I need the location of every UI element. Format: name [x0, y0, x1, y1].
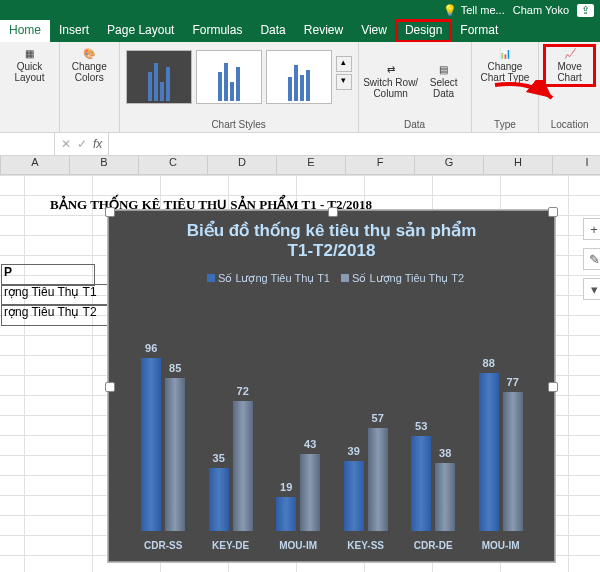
- bar-group[interactable]: 1943MOU-IM: [276, 454, 320, 531]
- col-header[interactable]: E: [277, 156, 346, 174]
- palette-icon: 🎨: [83, 48, 95, 59]
- chart-style-thumb[interactable]: [266, 50, 332, 104]
- chart-style-thumb[interactable]: [196, 50, 262, 104]
- enter-icon[interactable]: ✓: [77, 137, 87, 151]
- bar[interactable]: 57: [368, 428, 388, 531]
- category-label: KEY-DE: [212, 540, 249, 551]
- fx-icon[interactable]: fx: [93, 137, 102, 151]
- chart-styles-gallery[interactable]: ▴ ▾: [126, 46, 352, 104]
- col-header[interactable]: H: [484, 156, 553, 174]
- legend-label: Số Lượng Tiêu Thụ T2: [352, 272, 464, 284]
- location-group-label: Location: [545, 117, 594, 130]
- resize-handle[interactable]: [105, 382, 115, 392]
- ribbon-tabs: Home Insert Page Layout Formulas Data Re…: [0, 20, 600, 42]
- name-box[interactable]: [0, 133, 55, 155]
- change-ct-label: Change Chart Type: [481, 61, 530, 83]
- legend-label: Số Lượng Tiêu Thụ T1: [218, 272, 330, 284]
- col-header[interactable]: A: [1, 156, 70, 174]
- quick-layout-button[interactable]: ▦ Quick Layout: [6, 46, 53, 85]
- bar[interactable]: 19: [276, 497, 296, 531]
- chart-side-controls: + ✎ ▾: [583, 218, 600, 300]
- embedded-chart[interactable]: Biểu đồ thống kê tiêu thụ sản phẩm T1-T2…: [108, 210, 555, 562]
- col-header[interactable]: B: [70, 156, 139, 174]
- chart-filters-button[interactable]: ▾: [583, 278, 600, 300]
- chart-style-thumb[interactable]: [126, 50, 192, 104]
- tab-data[interactable]: Data: [251, 20, 294, 42]
- bar[interactable]: 85: [165, 378, 185, 531]
- col-header[interactable]: F: [346, 156, 415, 174]
- switch-row-column-button[interactable]: ⇄ Switch Row/ Column: [365, 62, 417, 101]
- resize-handle[interactable]: [548, 382, 558, 392]
- chart-type-icon: 📊: [499, 48, 511, 59]
- chart-plot-area[interactable]: 9685CDR-SS3572KEY-DE1943MOU-IM3957KEY-SS…: [129, 321, 534, 531]
- bar-value-label: 88: [483, 357, 495, 369]
- col-header[interactable]: G: [415, 156, 484, 174]
- bar-group[interactable]: 5338CDR-DE: [411, 436, 455, 531]
- bar-value-label: 38: [439, 447, 451, 459]
- bar-value-label: 96: [145, 342, 157, 354]
- legend-swatch: [207, 274, 215, 282]
- column-headers: A B C D E F G H I: [0, 156, 600, 175]
- tab-format[interactable]: Format: [451, 20, 507, 42]
- bar-value-label: 77: [507, 376, 519, 388]
- bar-group[interactable]: 8877MOU-IM: [479, 373, 523, 531]
- tab-page-layout[interactable]: Page Layout: [98, 20, 183, 42]
- bar[interactable]: 88: [479, 373, 499, 531]
- chart-legend[interactable]: Số Lượng Tiêu Thụ T1 Số Lượng Tiêu Thụ T…: [109, 266, 554, 295]
- user-name[interactable]: Cham Yoko: [513, 4, 569, 16]
- bar-value-label: 35: [213, 452, 225, 464]
- bar[interactable]: 39: [344, 461, 364, 531]
- chart-elements-button[interactable]: +: [583, 218, 600, 240]
- change-chart-type-button[interactable]: 📊 Change Chart Type: [478, 46, 533, 85]
- chart-title[interactable]: Biểu đồ thống kê tiêu thụ sản phẩm T1-T2…: [109, 211, 554, 266]
- bar-value-label: 53: [415, 420, 427, 432]
- bar[interactable]: 43: [300, 454, 320, 531]
- col-header[interactable]: I: [553, 156, 600, 174]
- category-label: MOU-IM: [279, 540, 317, 551]
- chevron-down-icon[interactable]: ▾: [336, 74, 352, 90]
- bar-group[interactable]: 9685CDR-SS: [141, 358, 185, 531]
- tab-home[interactable]: Home: [0, 20, 50, 42]
- cell-p[interactable]: P: [2, 265, 94, 285]
- bar-value-label: 43: [304, 438, 316, 450]
- chart-styles-button[interactable]: ✎: [583, 248, 600, 270]
- category-label: KEY-SS: [347, 540, 384, 551]
- bar[interactable]: 53: [411, 436, 431, 531]
- move-chart-icon: 📈: [564, 48, 576, 59]
- share-icon[interactable]: ⇪: [577, 4, 594, 17]
- col-header[interactable]: C: [139, 156, 208, 174]
- tab-review[interactable]: Review: [295, 20, 352, 42]
- tab-formulas[interactable]: Formulas: [183, 20, 251, 42]
- change-colors-button[interactable]: 🎨 Change Colors: [66, 46, 113, 85]
- data-group-label: Data: [365, 117, 465, 130]
- gallery-scroll[interactable]: ▴ ▾: [336, 50, 352, 90]
- bar-group[interactable]: 3957KEY-SS: [344, 428, 388, 531]
- resize-handle[interactable]: [105, 207, 115, 217]
- bar-group[interactable]: 3572KEY-DE: [209, 401, 253, 531]
- select-data-button[interactable]: ▤ Select Data: [423, 62, 465, 101]
- change-colors-label: Change Colors: [72, 61, 107, 83]
- bar[interactable]: 35: [209, 468, 229, 531]
- formula-bar: ✕ ✓ fx: [0, 133, 600, 156]
- select-data-label: Select Data: [430, 77, 458, 99]
- bar[interactable]: 72: [233, 401, 253, 531]
- resize-handle[interactable]: [328, 207, 338, 217]
- tab-view[interactable]: View: [352, 20, 396, 42]
- col-header[interactable]: D: [208, 156, 277, 174]
- tell-me-label: Tell me...: [461, 4, 505, 16]
- bar-value-label: 19: [280, 481, 292, 493]
- type-group-label: Type: [478, 117, 533, 130]
- tab-insert[interactable]: Insert: [50, 20, 98, 42]
- cancel-icon[interactable]: ✕: [61, 137, 71, 151]
- tell-me[interactable]: 💡 Tell me...: [443, 4, 505, 17]
- title-bar: 💡 Tell me... Cham Yoko ⇪: [0, 0, 600, 20]
- move-chart-button[interactable]: 📈 Move Chart: [545, 46, 594, 85]
- tab-design[interactable]: Design: [396, 20, 451, 42]
- resize-handle[interactable]: [548, 207, 558, 217]
- category-label: CDR-DE: [414, 540, 453, 551]
- bar[interactable]: 96: [141, 358, 161, 531]
- bar-value-label: 85: [169, 362, 181, 374]
- bar[interactable]: 38: [435, 463, 455, 531]
- chevron-up-icon[interactable]: ▴: [336, 56, 352, 72]
- bar[interactable]: 77: [503, 392, 523, 531]
